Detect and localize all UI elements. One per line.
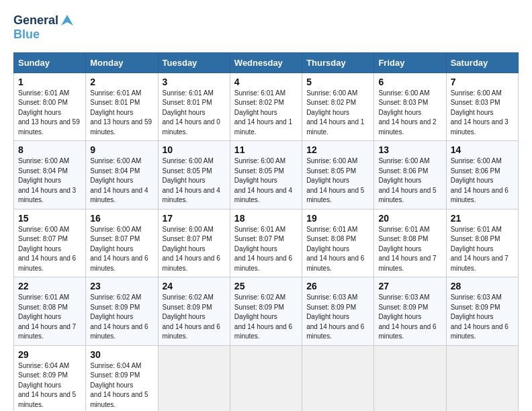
day-info: Sunrise: 6:01 AM Sunset: 8:08 PM Dayligh… [451,225,514,274]
day-number: 30 [90,349,153,360]
day-info: Sunrise: 6:00 AM Sunset: 8:05 PM Dayligh… [163,156,226,205]
day-info: Sunrise: 6:00 AM Sunset: 8:07 PM Dayligh… [90,225,153,274]
day-number: 28 [451,281,514,291]
day-number: 29 [18,349,81,360]
day-info: Sunrise: 6:01 AM Sunset: 8:00 PM Dayligh… [18,89,81,138]
day-info: Sunrise: 6:00 AM Sunset: 8:03 PM Dayligh… [378,89,441,138]
calendar-week-row: 1 Sunrise: 6:01 AM Sunset: 8:00 PM Dayli… [14,73,519,141]
day-number: 14 [451,144,514,155]
column-header-monday: Monday [86,52,158,73]
day-info: Sunrise: 6:00 AM Sunset: 8:06 PM Dayligh… [378,156,441,205]
day-info: Sunrise: 6:02 AM Sunset: 8:09 PM Dayligh… [234,293,298,342]
column-header-thursday: Thursday [302,52,374,73]
day-number: 2 [90,77,153,87]
day-info: Sunrise: 6:01 AM Sunset: 8:08 PM Dayligh… [378,225,441,274]
day-info: Sunrise: 6:01 AM Sunset: 8:07 PM Dayligh… [234,225,298,274]
day-number: 1 [18,77,81,87]
day-info: Sunrise: 6:00 AM Sunset: 8:03 PM Dayligh… [451,89,514,138]
day-info: Sunrise: 6:00 AM Sunset: 8:04 PM Dayligh… [18,156,81,205]
day-number: 17 [163,213,226,224]
column-header-sunday: Sunday [14,52,86,73]
day-number: 19 [306,213,369,224]
day-info: Sunrise: 6:03 AM Sunset: 8:09 PM Dayligh… [306,293,369,342]
calendar-cell [302,345,374,411]
day-number: 11 [234,144,298,155]
column-header-wednesday: Wednesday [230,52,302,73]
day-number: 26 [306,281,369,291]
calendar-cell: 27 Sunrise: 6:03 AM Sunset: 8:09 PM Dayl… [374,277,446,346]
day-number: 23 [90,281,153,291]
calendar-cell: 20 Sunrise: 6:01 AM Sunset: 8:08 PM Dayl… [374,209,446,277]
day-info: Sunrise: 6:04 AM Sunset: 8:09 PM Dayligh… [18,361,81,410]
calendar-week-row: 8 Sunrise: 6:00 AM Sunset: 8:04 PM Dayli… [14,141,519,210]
calendar-cell: 2 Sunrise: 6:01 AM Sunset: 8:01 PM Dayli… [86,73,158,141]
calendar-cell: 24 Sunrise: 6:02 AM Sunset: 8:09 PM Dayl… [158,277,230,346]
day-number: 8 [18,144,81,155]
calendar-cell [230,345,302,411]
day-number: 4 [234,77,298,87]
day-info: Sunrise: 6:00 AM Sunset: 8:04 PM Dayligh… [90,156,153,205]
calendar-cell: 9 Sunrise: 6:00 AM Sunset: 8:04 PM Dayli… [86,141,158,210]
svg-marker-0 [61,15,73,26]
calendar-cell [374,345,446,411]
calendar-cell: 16 Sunrise: 6:00 AM Sunset: 8:07 PM Dayl… [86,209,158,277]
calendar-cell: 6 Sunrise: 6:00 AM Sunset: 8:03 PM Dayli… [374,73,446,141]
calendar-cell: 21 Sunrise: 6:01 AM Sunset: 8:08 PM Dayl… [446,209,518,277]
day-info: Sunrise: 6:00 AM Sunset: 8:05 PM Dayligh… [234,156,298,205]
day-info: Sunrise: 6:01 AM Sunset: 8:01 PM Dayligh… [163,89,226,138]
logo-general: General [13,14,58,28]
day-number: 15 [18,213,81,224]
calendar-cell: 19 Sunrise: 6:01 AM Sunset: 8:08 PM Dayl… [302,209,374,277]
calendar-week-row: 15 Sunrise: 6:00 AM Sunset: 8:07 PM Dayl… [14,209,519,277]
calendar-cell: 15 Sunrise: 6:00 AM Sunset: 8:07 PM Dayl… [14,209,86,277]
day-info: Sunrise: 6:03 AM Sunset: 8:09 PM Dayligh… [378,293,441,342]
calendar-cell: 30 Sunrise: 6:04 AM Sunset: 8:09 PM Dayl… [86,345,158,411]
calendar-cell: 25 Sunrise: 6:02 AM Sunset: 8:09 PM Dayl… [230,277,302,346]
calendar-cell: 3 Sunrise: 6:01 AM Sunset: 8:01 PM Dayli… [158,73,230,141]
column-header-saturday: Saturday [446,52,518,73]
day-number: 22 [18,281,81,291]
day-number: 18 [234,213,298,224]
calendar-cell [446,345,518,411]
day-info: Sunrise: 6:01 AM Sunset: 8:08 PM Dayligh… [18,293,81,342]
calendar-table: SundayMondayTuesdayWednesdayThursdayFrid… [13,52,519,411]
column-header-friday: Friday [374,52,446,73]
day-info: Sunrise: 6:00 AM Sunset: 8:07 PM Dayligh… [163,225,226,274]
day-info: Sunrise: 6:03 AM Sunset: 8:09 PM Dayligh… [451,293,514,342]
day-number: 6 [378,77,441,87]
day-number: 13 [378,144,441,155]
day-info: Sunrise: 6:01 AM Sunset: 8:08 PM Dayligh… [306,225,369,274]
day-number: 25 [234,281,298,291]
calendar-cell [158,345,230,411]
calendar-week-row: 29 Sunrise: 6:04 AM Sunset: 8:09 PM Dayl… [14,345,519,411]
day-info: Sunrise: 6:00 AM Sunset: 8:02 PM Dayligh… [306,89,369,138]
day-number: 10 [163,144,226,155]
calendar-cell: 7 Sunrise: 6:00 AM Sunset: 8:03 PM Dayli… [446,73,518,141]
calendar-cell: 17 Sunrise: 6:00 AM Sunset: 8:07 PM Dayl… [158,209,230,277]
calendar-cell: 14 Sunrise: 6:00 AM Sunset: 8:06 PM Dayl… [446,141,518,210]
calendar-cell: 13 Sunrise: 6:00 AM Sunset: 8:06 PM Dayl… [374,141,446,210]
day-number: 24 [163,281,226,291]
calendar-cell: 29 Sunrise: 6:04 AM Sunset: 8:09 PM Dayl… [14,345,86,411]
calendar-cell: 22 Sunrise: 6:01 AM Sunset: 8:08 PM Dayl… [14,277,86,346]
logo: General Blue [13,13,75,42]
day-number: 21 [451,213,514,224]
calendar-cell: 12 Sunrise: 6:00 AM Sunset: 8:05 PM Dayl… [302,141,374,210]
day-number: 20 [378,213,441,224]
calendar-cell: 5 Sunrise: 6:00 AM Sunset: 8:02 PM Dayli… [302,73,374,141]
calendar-cell: 23 Sunrise: 6:02 AM Sunset: 8:09 PM Dayl… [86,277,158,346]
day-number: 16 [90,213,153,224]
calendar-cell: 10 Sunrise: 6:00 AM Sunset: 8:05 PM Dayl… [158,141,230,210]
calendar-cell: 8 Sunrise: 6:00 AM Sunset: 8:04 PM Dayli… [14,141,86,210]
page-header: General Blue [13,13,519,42]
logo-blue: Blue [13,28,40,41]
day-number: 27 [378,281,441,291]
day-info: Sunrise: 6:04 AM Sunset: 8:09 PM Dayligh… [90,361,153,410]
day-info: Sunrise: 6:00 AM Sunset: 8:05 PM Dayligh… [306,156,369,205]
day-number: 12 [306,144,369,155]
day-info: Sunrise: 6:00 AM Sunset: 8:07 PM Dayligh… [18,225,81,274]
day-info: Sunrise: 6:01 AM Sunset: 8:01 PM Dayligh… [90,89,153,138]
day-number: 7 [451,77,514,87]
calendar-header-row: SundayMondayTuesdayWednesdayThursdayFrid… [14,52,519,73]
day-info: Sunrise: 6:02 AM Sunset: 8:09 PM Dayligh… [90,293,153,342]
